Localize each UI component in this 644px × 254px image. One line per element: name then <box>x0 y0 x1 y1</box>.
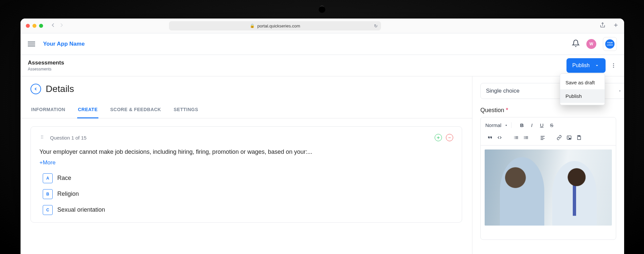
maximize-window-icon[interactable] <box>39 24 43 28</box>
add-question-icon[interactable]: ＋ <box>435 134 442 141</box>
rich-text-editor: Normal B I U S <box>480 117 616 240</box>
question-text: Your employer cannot make job decisions,… <box>39 147 453 157</box>
main-column: Details Information Create Score & Feedb… <box>21 76 472 254</box>
svg-point-16 <box>568 137 569 138</box>
page-crumb-bar: Assessments Assessments Publish Save as … <box>21 55 624 76</box>
lock-icon: 🔒 <box>250 23 255 28</box>
chevron-down-icon <box>618 89 622 93</box>
svg-point-6 <box>41 135 42 136</box>
tab-settings[interactable]: Settings <box>173 102 199 118</box>
answer-option[interactable]: B Religion <box>43 189 453 199</box>
minimize-window-icon[interactable] <box>32 24 36 28</box>
answer-letter: C <box>43 205 53 215</box>
ordered-list-icon[interactable] <box>512 133 520 142</box>
more-actions-icon[interactable] <box>610 60 617 71</box>
question-card: Question 1 of 15 ＋ － Your employer canno… <box>30 126 462 223</box>
underline-icon[interactable]: U <box>537 121 546 129</box>
answer-label: Sexual orientation <box>57 206 105 213</box>
publish-dropdown: Save as draft Publish <box>560 73 605 105</box>
titlebar: 🔒 portal.quickseries.com ↻ <box>21 19 624 33</box>
answer-label: Religion <box>57 190 79 197</box>
content-body: Details Information Create Score & Feedb… <box>21 76 624 254</box>
question-field-label: Question * <box>480 107 616 114</box>
crumb-title: Assessments <box>28 60 64 66</box>
nav-arrows <box>50 22 65 30</box>
back-button[interactable] <box>30 84 41 94</box>
answer-label: Race <box>57 175 71 182</box>
editor-body[interactable] <box>481 146 616 239</box>
url-bar[interactable]: 🔒 portal.quickseries.com ↻ <box>169 21 381 30</box>
share-icon[interactable] <box>600 22 606 29</box>
svg-point-12 <box>524 136 525 137</box>
tab-create[interactable]: Create <box>77 102 98 118</box>
tab-information[interactable]: Information <box>30 102 66 118</box>
browser-window: 🔒 portal.quickseries.com ↻ Your App Name… <box>21 19 624 254</box>
link-icon[interactable] <box>555 133 564 142</box>
save-icon[interactable] <box>575 133 583 142</box>
reload-icon[interactable]: ↻ <box>374 23 378 28</box>
close-window-icon[interactable] <box>26 24 30 28</box>
bell-icon[interactable] <box>572 39 580 49</box>
svg-point-10 <box>41 138 42 139</box>
remove-question-icon[interactable]: － <box>446 134 453 141</box>
svg-point-3 <box>613 63 614 64</box>
svg-point-4 <box>613 65 614 66</box>
chevron-down-icon <box>594 63 600 68</box>
svg-point-13 <box>524 137 525 138</box>
dropdown-publish[interactable]: Publish <box>560 89 605 103</box>
answer-letter: A <box>43 173 53 183</box>
app-name[interactable]: Your App Name <box>43 41 85 47</box>
crumb-subtitle: Assessments <box>28 67 64 71</box>
code-icon[interactable] <box>495 133 504 142</box>
blockquote-icon[interactable] <box>485 133 494 142</box>
expand-more-link[interactable]: +More <box>39 159 453 166</box>
italic-icon[interactable]: I <box>527 121 536 129</box>
format-select[interactable]: Normal <box>485 122 511 128</box>
bold-icon[interactable]: B <box>517 121 526 129</box>
question-counter: Question 1 of 15 <box>50 135 86 141</box>
tab-score[interactable]: Score & Feedback <box>110 102 162 118</box>
page-title: Details <box>46 84 74 94</box>
org-logo[interactable]: YOUR LOGO <box>603 37 617 51</box>
image-icon[interactable] <box>565 133 573 142</box>
tabs: Information Create Score & Feedback Sett… <box>21 102 472 118</box>
details-header: Details <box>21 76 472 102</box>
svg-point-7 <box>42 135 43 136</box>
avatar[interactable]: W <box>586 39 596 49</box>
answer-option[interactable]: A Race <box>43 173 453 183</box>
answer-letter: B <box>43 189 53 199</box>
svg-point-5 <box>613 67 614 68</box>
editor-toolbar: Normal B I U S <box>481 117 616 146</box>
svg-point-9 <box>42 137 43 137</box>
back-icon[interactable] <box>50 22 56 30</box>
titlebar-actions <box>600 22 619 29</box>
strike-icon[interactable]: S <box>547 121 556 129</box>
menu-icon[interactable] <box>28 42 35 46</box>
svg-rect-17 <box>578 136 580 137</box>
dropdown-save-draft[interactable]: Save as draft <box>560 76 605 89</box>
svg-point-11 <box>42 138 43 139</box>
url-text: portal.quickseries.com <box>257 23 300 28</box>
question-image[interactable] <box>485 149 612 226</box>
answer-list: A Race B Religion C Sexual orientation <box>39 173 453 215</box>
svg-point-14 <box>524 138 525 139</box>
window-controls <box>26 24 43 28</box>
publish-button[interactable]: Publish <box>566 58 606 73</box>
forward-icon[interactable] <box>58 22 65 30</box>
drag-handle-icon[interactable] <box>39 134 45 141</box>
unordered-list-icon[interactable] <box>522 133 530 142</box>
answer-option[interactable]: C Sexual orientation <box>43 205 453 215</box>
new-tab-icon[interactable] <box>613 22 619 29</box>
camera-notch <box>320 8 324 12</box>
app-header: Your App Name W YOUR LOGO <box>21 33 624 55</box>
svg-point-8 <box>41 137 42 137</box>
align-icon[interactable] <box>538 133 547 142</box>
